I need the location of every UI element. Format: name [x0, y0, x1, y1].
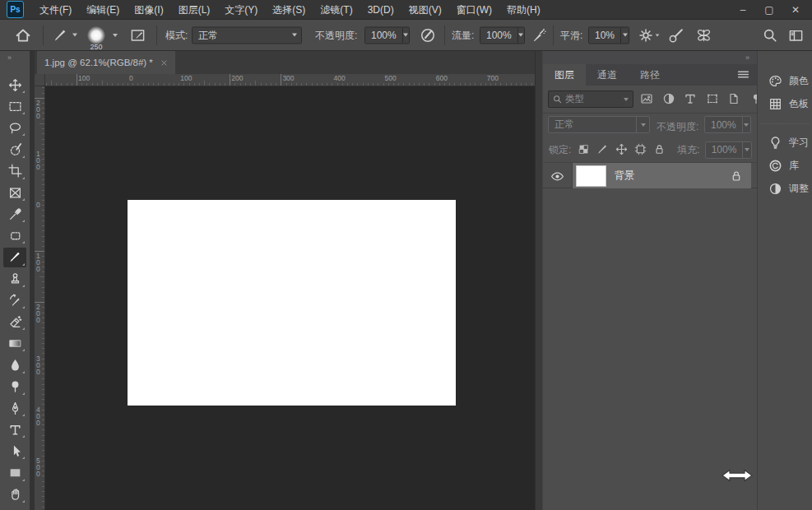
toggle-brush-settings-button[interactable] [130, 27, 146, 43]
brush-size-label: 250 [82, 43, 110, 51]
dock-adjustments[interactable]: 调整 [761, 177, 809, 200]
lock-artboard-icon[interactable] [634, 143, 648, 157]
menu-item-y[interactable]: 文字(Y) [217, 0, 265, 20]
quick-selection-tool[interactable] [3, 140, 26, 160]
panel-menu-icon[interactable] [736, 67, 750, 81]
symmetry-button[interactable] [695, 26, 712, 44]
dock-learn[interactable]: 学习 [761, 131, 809, 154]
layer-row-background[interactable]: 背景 [543, 162, 757, 188]
pressure-size-button[interactable] [668, 27, 684, 44]
panel-icon-dock: 颜色色板学习库调整 [757, 51, 812, 510]
tab-layers[interactable]: 图层 [543, 64, 586, 86]
layer-thumbnail[interactable] [576, 165, 606, 187]
maximize-button[interactable]: ▢ [756, 0, 782, 20]
lock-label: 锁定: [549, 143, 571, 157]
pressure-opacity-button[interactable] [420, 27, 436, 44]
filter-smart-object-icon[interactable] [727, 92, 742, 107]
dock-color[interactable]: 颜色 [761, 69, 809, 92]
search-icon[interactable] [763, 28, 777, 43]
lock-row: 锁定: 填充: 100% [543, 137, 757, 162]
close-icon[interactable] [160, 59, 168, 67]
dodge-tool[interactable] [3, 377, 26, 396]
clone-stamp-tool[interactable] [3, 269, 26, 289]
chevron-down-icon[interactable] [620, 27, 629, 43]
document-canvas[interactable] [128, 200, 456, 406]
tab-channels[interactable]: 通道 [586, 64, 629, 86]
pen-tool[interactable] [3, 398, 26, 418]
menu-item-f[interactable]: 文件(F) [32, 0, 79, 20]
collapse-panels-icon[interactable]: » [543, 51, 757, 64]
blur-tool[interactable] [3, 355, 26, 375]
type-tool[interactable] [3, 420, 26, 439]
filter-shape-layer-icon[interactable] [706, 92, 721, 107]
search-icon [553, 95, 562, 104]
opacity-input[interactable]: 100% [364, 26, 410, 44]
move-tool[interactable] [3, 75, 26, 95]
path-selection-tool[interactable] [3, 441, 26, 461]
ruler-origin-box[interactable] [35, 74, 45, 86]
close-button[interactable]: ✕ [782, 0, 809, 20]
brush-picker-button[interactable]: 250 [87, 26, 105, 44]
lock-transparency-icon[interactable] [578, 143, 592, 157]
lasso-tool[interactable] [3, 118, 26, 137]
menu-item-i[interactable]: 图像(I) [127, 0, 170, 20]
separator [156, 26, 157, 45]
filter-pixel-layer-icon[interactable] [640, 92, 655, 107]
smoothing-input[interactable]: 10% [588, 26, 629, 44]
blend-mode-select[interactable]: 正常 [192, 26, 302, 44]
canvas-viewport[interactable] [45, 86, 535, 510]
menu-items: 文件(F)编辑(E)图像(I)图层(L)文字(Y)选择(S)滤镜(T)3D(D)… [32, 0, 548, 20]
menu-item-l[interactable]: 图层(L) [171, 0, 218, 20]
menu-item-s[interactable]: 选择(S) [265, 0, 313, 20]
tool-preset-button[interactable] [53, 27, 77, 43]
filter-adjustment-layer-icon[interactable] [662, 92, 677, 107]
layer-name: 背景 [615, 169, 730, 183]
minimize-button[interactable]: – [730, 0, 756, 20]
eraser-tool[interactable] [3, 312, 26, 332]
history-brush-tool[interactable] [3, 290, 26, 310]
home-button[interactable] [15, 27, 31, 44]
rectangle-tool[interactable] [3, 463, 26, 483]
layer-filter-select[interactable]: 类型 [548, 90, 633, 108]
dock-libraries[interactable]: 库 [761, 154, 809, 177]
menu-item-t[interactable]: 滤镜(T) [313, 0, 360, 20]
smoothing-label: 平滑: [560, 28, 582, 42]
panel-resize-gutter[interactable] [535, 51, 543, 510]
vertical-ruler[interactable]: 2001000100200300400500 [35, 86, 45, 510]
filter-type-label: 类型 [565, 93, 624, 105]
frame-tool[interactable] [3, 183, 26, 202]
horizontal-ruler[interactable]: 1000100200300400500600700 [45, 74, 535, 86]
mode-label: 模式: [165, 28, 188, 42]
tab-paths[interactable]: 路径 [629, 64, 671, 86]
smoothing-options-button[interactable] [638, 28, 660, 43]
chevron-down-icon[interactable] [517, 27, 524, 43]
chevron-down-icon[interactable] [402, 27, 409, 43]
zoom-tool[interactable] [3, 506, 26, 510]
fill-label: 填充: [677, 143, 699, 157]
dock-swatches[interactable]: 色板 [761, 92, 809, 115]
lock-position-icon[interactable] [615, 143, 629, 157]
menu-item-v[interactable]: 视图(V) [401, 0, 449, 20]
marquee-tool[interactable] [3, 96, 26, 116]
chevron-down-icon[interactable] [113, 34, 118, 37]
menu-item-h[interactable]: 帮助(H) [499, 0, 548, 20]
hand-tool[interactable] [3, 484, 26, 504]
lock-paint-icon[interactable] [596, 143, 610, 157]
eye-icon [550, 169, 564, 183]
filter-type-layer-icon[interactable] [684, 92, 698, 107]
lock-all-icon[interactable] [653, 143, 667, 157]
crop-tool[interactable] [3, 161, 26, 181]
gradient-tool[interactable] [3, 333, 26, 353]
menu-item-w[interactable]: 窗口(W) [449, 0, 499, 20]
layer-visibility-toggle[interactable] [543, 163, 573, 189]
menu-item-dd[interactable]: 3D(D) [360, 0, 401, 20]
menu-item-e[interactable]: 编辑(E) [79, 0, 127, 20]
brush-tool[interactable] [3, 248, 26, 267]
flow-input[interactable]: 100% [480, 26, 525, 44]
document-tab[interactable]: 1.jpg @ 62.1%(RGB/8#) * [37, 51, 175, 74]
workspace-switcher-icon[interactable] [788, 27, 804, 43]
airbrush-button[interactable] [531, 27, 547, 43]
eyedropper-tool[interactable] [3, 204, 26, 224]
healing-brush-tool[interactable] [3, 225, 26, 245]
collapse-toolbox-icon[interactable]: » [7, 53, 12, 62]
